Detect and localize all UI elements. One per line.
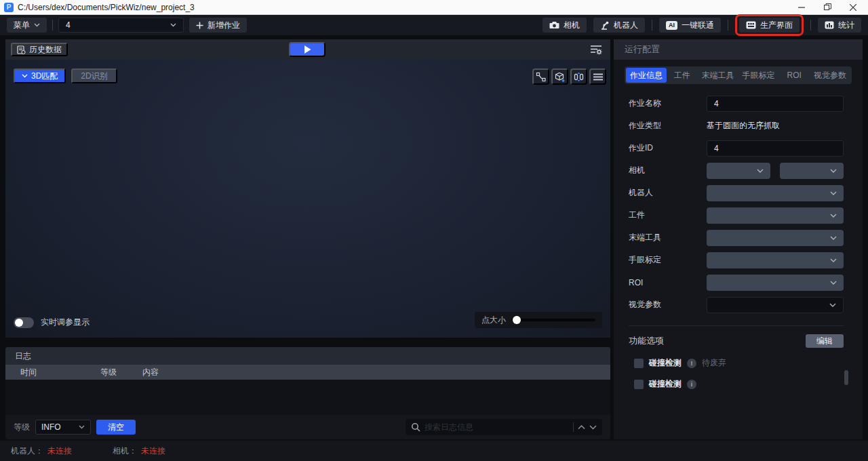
statistics-label: 统计 <box>838 20 854 31</box>
form-row-hand-eye: 手眼标定 <box>629 249 844 271</box>
3d-viewport[interactable]: 3D匹配 2D识别 实时调参显示 点大小 <box>5 60 610 338</box>
form-row-roi: ROI <box>629 271 844 294</box>
split-view-icon <box>574 72 584 82</box>
job-name-input[interactable] <box>707 96 844 112</box>
realtime-toggle-row: 实时调参显示 <box>14 317 90 328</box>
camera-select-2[interactable] <box>780 163 844 179</box>
log-clear-button[interactable]: 清空 <box>96 420 136 435</box>
log-level-label: 等级 <box>14 422 30 433</box>
search-icon <box>411 422 420 432</box>
log-title: 日志 <box>15 350 31 362</box>
one-key-connect-label: 一键联通 <box>682 20 714 31</box>
config-tabbar: 作业信息 工件 末端工具 手眼标定 ROI 视觉参数 <box>625 66 852 84</box>
point-size-slider[interactable] <box>511 319 595 321</box>
tab-end-tool[interactable]: 末端工具 <box>698 68 738 83</box>
play-button[interactable] <box>289 42 326 57</box>
panel-scrollbar[interactable] <box>844 370 848 385</box>
history-data-button[interactable]: 历史数据 <box>11 43 68 56</box>
camera-button-label: 相机 <box>564 20 580 31</box>
add-job-button[interactable]: 新增作业 <box>189 18 247 33</box>
search-prev-icon[interactable] <box>578 425 585 430</box>
2d-recognition-tab[interactable]: 2D识别 <box>71 68 117 83</box>
run-config-title: 运行配置 <box>625 43 660 56</box>
realtime-toggle-label: 实时调参显示 <box>41 317 90 328</box>
point-size-label: 点大小 <box>481 315 506 326</box>
job-select-value: 4 <box>66 20 71 30</box>
log-table-body[interactable] <box>5 380 610 415</box>
slider-knob[interactable] <box>513 316 521 324</box>
job-info-form: 作业名称 作业类型 基于圆面的无序抓取 作业ID 相机 机器人 工件 末端工 <box>614 84 863 390</box>
node-link-tool-button[interactable] <box>532 68 549 85</box>
roi-select[interactable] <box>707 275 844 291</box>
collision-label-2: 碰撞检测 <box>649 378 682 390</box>
menu-label: 菜单 <box>14 20 30 31</box>
collision-label-1: 碰撞检测 <box>649 357 682 369</box>
display-settings-button[interactable] <box>589 43 604 56</box>
end-tool-select[interactable] <box>707 230 844 246</box>
tab-workpiece[interactable]: 工件 <box>667 68 698 83</box>
log-title-bar: 日志 <box>5 347 610 365</box>
restore-icon[interactable] <box>823 3 831 12</box>
camera-label: 相机 <box>629 165 707 176</box>
realtime-toggle[interactable] <box>14 317 34 328</box>
statistics-button[interactable]: 统计 <box>818 18 861 33</box>
minimize-icon[interactable] <box>797 3 806 12</box>
window-title: C:/Users/dex/Documents/PickWiz/new_proje… <box>18 3 195 12</box>
robot-select[interactable] <box>707 185 844 201</box>
ai-badge-icon: AI <box>666 21 677 30</box>
point-size-control: 点大小 <box>475 312 602 328</box>
search-next-icon[interactable] <box>589 425 597 430</box>
production-view-button[interactable]: 生产界面 <box>739 18 800 33</box>
form-row-job-id: 作业ID <box>629 137 844 159</box>
log-level-select[interactable]: INFO <box>35 420 91 435</box>
log-search-input[interactable] <box>425 422 569 432</box>
collision-check-row-2: 碰撞检测 i <box>629 378 844 390</box>
workpiece-select[interactable] <box>707 207 844 224</box>
vision-params-select[interactable] <box>707 297 844 313</box>
camera-status-value: 未连接 <box>141 445 165 457</box>
filter-gear-icon <box>590 44 602 55</box>
form-row-vision-params: 视觉参数 <box>629 294 844 316</box>
toolbar-divider <box>652 20 652 31</box>
collision-checkbox-1[interactable] <box>634 359 644 368</box>
edit-button[interactable]: 编辑 <box>806 334 844 348</box>
run-config-panel: 运行配置 作业信息 工件 末端工具 手眼标定 ROI 视觉参数 作业名称 作业类… <box>614 39 863 439</box>
camera-button[interactable]: 相机 <box>542 18 587 33</box>
form-row-camera: 相机 <box>629 159 844 182</box>
form-row-job-type: 作业类型 基于圆面的无序抓取 <box>629 115 844 137</box>
hand-eye-select[interactable] <box>707 252 844 268</box>
menu-button[interactable]: 菜单 <box>7 18 47 33</box>
close-icon[interactable] <box>849 3 857 12</box>
toolbar-right-group: 相机 机器人 AI 一键联通 生产界面 统计 <box>542 14 861 36</box>
tab-hand-eye[interactable]: 手眼标定 <box>738 68 779 83</box>
chevron-down-icon <box>830 169 837 173</box>
log-col-content: 内容 <box>142 367 610 378</box>
collision-checkbox-2[interactable] <box>634 380 644 389</box>
node-link-icon <box>536 72 546 82</box>
search-divider <box>573 422 574 432</box>
add-job-label: 新增作业 <box>208 20 240 31</box>
viewport-menu-button[interactable] <box>589 68 606 85</box>
camera-select-1[interactable] <box>707 163 770 179</box>
robot-arm-icon <box>600 21 610 30</box>
tab-job-info[interactable]: 作业信息 <box>626 68 667 83</box>
add-model-tool-button[interactable] <box>551 68 568 85</box>
function-options-header: 功能选项 编辑 <box>629 334 844 348</box>
production-grid-icon <box>746 21 756 29</box>
job-select[interactable]: 4 <box>58 18 184 33</box>
chevron-down-icon <box>34 23 40 27</box>
one-key-connect-button[interactable]: AI 一键联通 <box>659 18 721 33</box>
tab-roi[interactable]: ROI <box>779 68 810 83</box>
titlebar: P C:/Users/dex/Documents/PickWiz/new_pro… <box>0 0 868 15</box>
job-id-input[interactable] <box>707 140 844 157</box>
log-table-header: 时间 等级 内容 <box>5 365 610 380</box>
warning-info-icon[interactable]: ! <box>687 359 696 368</box>
bar-chart-icon <box>825 21 834 29</box>
section-divider <box>629 325 844 326</box>
workspace-header: 历史数据 <box>5 39 610 60</box>
tab-vision-params[interactable]: 视觉参数 <box>810 68 850 83</box>
robot-button[interactable]: 机器人 <box>593 18 645 33</box>
split-view-tool-button[interactable] <box>570 68 587 85</box>
3d-match-tab[interactable]: 3D匹配 <box>14 68 66 83</box>
info-icon[interactable]: i <box>687 380 696 389</box>
